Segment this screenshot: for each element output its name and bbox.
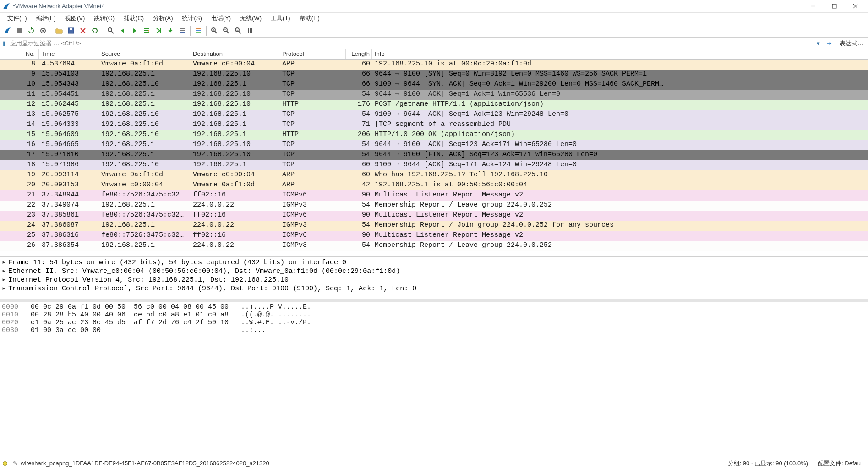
menubar: 文件(F) 编辑(E) 视图(V) 跳转(G) 捕获(C) 分析(A) 统计(S… (0, 13, 868, 24)
filter-dropdown-button[interactable]: ▾ (813, 40, 824, 47)
start-capture-button[interactable] (2, 25, 13, 36)
column-info[interactable]: Info (372, 49, 868, 59)
packet-row[interactable]: 915.054103192.168.225.1192.168.225.10TCP… (0, 70, 868, 80)
detail-line[interactable]: ▸Internet Protocol Version 4, Src: 192.1… (2, 275, 866, 284)
column-time[interactable]: Time (39, 49, 98, 59)
go-first-button[interactable] (153, 25, 164, 36)
detail-line[interactable]: ▸Ethernet II, Src: Vmware_c0:00:04 (00:5… (2, 267, 866, 275)
packet-row[interactable]: 1115.054451192.168.225.1192.168.225.10TC… (0, 90, 868, 100)
packet-no: 9 (0, 70, 39, 80)
colorize-button[interactable] (193, 25, 204, 36)
column-no[interactable]: No. (0, 49, 39, 59)
capture-options-button[interactable] (38, 25, 49, 36)
packet-bytes[interactable]: 0000 00 0c 29 0a f1 0d 00 50 56 c0 00 04… (0, 302, 868, 458)
packet-row[interactable]: 2020.093153Vmware_c0:00:04Vmware_0a:f1:0… (0, 180, 868, 190)
go-to-packet-button[interactable] (141, 25, 152, 36)
menu-edit[interactable]: 编辑(E) (32, 13, 60, 23)
packet-row[interactable]: 2637.386354192.168.225.1224.0.0.22IGMPv3… (0, 241, 868, 251)
menu-statistics[interactable]: 统计(S) (177, 13, 206, 23)
packet-protocol: ICMPv6 (279, 190, 346, 201)
packet-source: 192.168.225.10 (98, 110, 190, 120)
hex-row[interactable]: 0010 00 28 28 b5 40 00 40 06 ce bd c0 a8… (2, 311, 866, 319)
bookmark-icon[interactable]: ▮ (0, 40, 8, 47)
detail-line[interactable]: ▸Frame 11: 54 bytes on wire (432 bits), … (2, 258, 866, 267)
packet-row[interactable]: 2537.386316fe80::7526:3475:c32…ff02::16I… (0, 231, 868, 241)
packet-list[interactable]: 84.537694Vmware_0a:f1:0dVmware_c0:00:04A… (0, 60, 868, 256)
column-source[interactable]: Source (98, 49, 190, 59)
expand-icon[interactable]: ▸ (2, 275, 8, 284)
menu-help[interactable]: 帮助(H) (295, 13, 324, 23)
open-file-button[interactable] (54, 25, 65, 36)
restart-capture-button[interactable] (26, 25, 37, 36)
menu-telephony[interactable]: 电话(Y) (207, 13, 235, 23)
hex-row[interactable]: 0000 00 0c 29 0a f1 0d 00 50 56 c0 00 04… (2, 303, 866, 311)
auto-scroll-button[interactable] (177, 25, 188, 36)
expand-icon[interactable]: ▸ (2, 284, 8, 293)
packet-row[interactable]: 1815.071986192.168.225.10192.168.225.1TC… (0, 160, 868, 170)
menu-capture[interactable]: 捕获(C) (119, 13, 148, 23)
save-file-button[interactable] (66, 25, 76, 36)
zoom-in-button[interactable] (209, 25, 220, 36)
packet-row[interactable]: 1415.064333192.168.225.10192.168.225.1TC… (0, 120, 868, 130)
expand-icon[interactable]: ▸ (2, 258, 8, 267)
menu-view[interactable]: 视图(V) (60, 13, 89, 23)
filter-apply-button[interactable]: ➔ (824, 40, 835, 47)
filter-bar: ▮ ▾ ➔ 表达式… (0, 38, 868, 49)
packet-source: 192.168.225.1 (98, 241, 190, 251)
close-file-button[interactable] (77, 25, 88, 36)
zoom-reset-button[interactable]: 1 (233, 25, 244, 36)
packet-no: 21 (0, 190, 39, 201)
packet-row[interactable]: 1715.071810192.168.225.1192.168.225.10TC… (0, 150, 868, 160)
packet-row[interactable]: 1515.064609192.168.225.10192.168.225.1HT… (0, 130, 868, 140)
packet-row[interactable]: 1615.064665192.168.225.1192.168.225.10TC… (0, 140, 868, 150)
menu-go[interactable]: 跳转(G) (89, 13, 119, 23)
menu-tools[interactable]: 工具(T) (266, 13, 295, 23)
packet-row[interactable]: 1215.062445192.168.225.1192.168.225.10HT… (0, 100, 868, 110)
find-button[interactable] (105, 25, 116, 36)
packet-destination: Vmware_c0:00:04 (190, 60, 279, 70)
packet-row[interactable]: 2137.348944fe80::7526:3475:c32…ff02::16I… (0, 190, 868, 201)
expression-button[interactable]: 表达式… (835, 38, 868, 49)
close-button[interactable] (845, 1, 865, 12)
packet-protocol: ARP (279, 170, 346, 180)
profile-label[interactable]: 配置文件: Defau (813, 459, 865, 468)
packet-row[interactable]: 2437.386087192.168.225.1224.0.0.22IGMPv3… (0, 221, 868, 231)
packet-length: 54 (346, 150, 372, 160)
edit-icon[interactable]: ✎ (13, 460, 18, 467)
packet-details[interactable]: ▸Frame 11: 54 bytes on wire (432 bits), … (0, 256, 868, 302)
column-protocol[interactable]: Protocol (279, 49, 346, 59)
packet-row[interactable]: 1315.062575192.168.225.10192.168.225.1TC… (0, 110, 868, 120)
packet-row[interactable]: 1015.054343192.168.225.10192.168.225.1TC… (0, 80, 868, 90)
packet-length: 66 (346, 80, 372, 90)
maximize-button[interactable] (824, 1, 844, 12)
resize-columns-button[interactable] (245, 25, 256, 36)
expand-icon[interactable]: ▸ (2, 267, 8, 275)
hex-row[interactable]: 0030 01 00 3a cc 00 00 ..:... (2, 327, 866, 334)
reload-button[interactable] (89, 25, 100, 36)
stop-capture-button[interactable] (14, 25, 25, 36)
expert-info-icon[interactable] (3, 461, 7, 466)
packet-row[interactable]: 2237.349074192.168.225.1224.0.0.22IGMPv3… (0, 201, 868, 211)
packet-row[interactable]: 1920.093114Vmware_0a:f1:0dVmware_c0:00:0… (0, 170, 868, 180)
go-last-button[interactable] (165, 25, 176, 36)
packet-row[interactable]: 84.537694Vmware_0a:f1:0dVmware_c0:00:04A… (0, 60, 868, 70)
packet-info: 9100 → 9644 [SYN, ACK] Seq=0 Ack=1 Win=2… (372, 80, 868, 90)
minimize-button[interactable] (803, 1, 823, 12)
packet-row[interactable]: 2337.385861fe80::7526:3475:c32…ff02::16I… (0, 211, 868, 221)
column-destination[interactable]: Destination (190, 49, 279, 59)
hex-row[interactable]: 0020 e1 0a 25 ac 23 8c 45 d5 af f7 2d 76… (2, 319, 866, 327)
packet-protocol: TCP (279, 120, 346, 130)
packet-no: 11 (0, 90, 39, 100)
go-forward-button[interactable] (129, 25, 140, 36)
display-filter-input[interactable] (8, 39, 813, 48)
menu-analyze[interactable]: 分析(A) (148, 13, 177, 23)
detail-line[interactable]: ▸Transmission Control Protocol, Src Port… (2, 284, 866, 293)
menu-file[interactable]: 文件(F) (3, 13, 32, 23)
zoom-out-button[interactable] (221, 25, 232, 36)
column-length[interactable]: Length (346, 49, 372, 59)
menu-wireless[interactable]: 无线(W) (235, 13, 266, 23)
packet-info: Membership Report / Join group 224.0.0.2… (372, 221, 868, 231)
packet-time: 15.064609 (39, 130, 98, 140)
packet-length: 42 (346, 180, 372, 190)
go-back-button[interactable] (117, 25, 128, 36)
